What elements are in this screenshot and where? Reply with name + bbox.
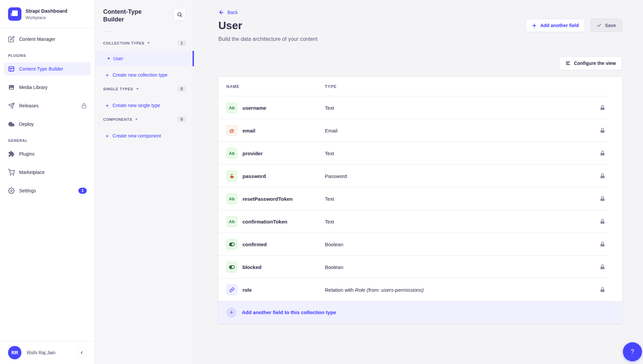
gear-icon bbox=[8, 187, 15, 194]
subnav-title: Content-Type Builder bbox=[103, 8, 157, 24]
add-another-field-button[interactable]: Add another field bbox=[525, 19, 585, 32]
sidebar-item-releases[interactable]: Releases bbox=[4, 99, 91, 112]
field-name: username bbox=[242, 105, 266, 111]
add-field-to-collection-label: Add another field to this collection typ… bbox=[242, 309, 336, 315]
email-field-icon: @ bbox=[226, 125, 237, 136]
table-row[interactable]: password Password bbox=[218, 165, 622, 187]
sidebar-item-media-library[interactable]: Media Library bbox=[4, 81, 91, 94]
sidebar-item-deploy[interactable]: Deploy bbox=[4, 117, 91, 131]
table-row[interactable]: Ab resetPasswordToken Text bbox=[218, 187, 622, 210]
single-types-header[interactable]: SINGLE TYPES 0 bbox=[95, 85, 194, 93]
lock-icon bbox=[599, 218, 614, 224]
boolean-field-icon bbox=[226, 239, 237, 250]
main-sidebar: Strapi Dashboard Workplace Content Manag… bbox=[0, 0, 95, 364]
sidebar-collapse-button[interactable] bbox=[77, 348, 87, 358]
field-name: role bbox=[242, 287, 252, 293]
lock-icon bbox=[599, 150, 614, 156]
sidebar-item-label: Marketplace bbox=[19, 170, 45, 175]
field-name: resetPasswordToken bbox=[242, 196, 293, 202]
table-row[interactable]: Ab confirmationToken Text bbox=[218, 210, 622, 233]
sidebar-item-label: Plugins bbox=[19, 151, 34, 157]
boolean-field-icon bbox=[226, 262, 237, 272]
table-row[interactable]: confirmed Boolean bbox=[218, 233, 622, 256]
field-type: Text bbox=[325, 219, 599, 224]
add-another-field-label: Add another field bbox=[540, 23, 579, 28]
lock-icon bbox=[599, 127, 614, 133]
pencil-square-icon bbox=[8, 36, 15, 42]
workspace-subtitle: Workplace bbox=[25, 15, 67, 20]
toggle-icon bbox=[229, 243, 235, 246]
sidebar-item-label: Deploy bbox=[19, 121, 34, 127]
save-button[interactable]: Save bbox=[590, 19, 622, 32]
plus-icon: + bbox=[105, 133, 109, 139]
main-content: Back User Add another field Save Build t… bbox=[194, 0, 643, 364]
shopping-cart-icon bbox=[8, 169, 15, 176]
field-type: Text bbox=[325, 196, 599, 202]
field-name: provider bbox=[242, 151, 263, 156]
table-row[interactable]: Ab username Text bbox=[218, 96, 622, 119]
configure-the-view-label: Configure the view bbox=[574, 61, 616, 66]
search-button[interactable] bbox=[173, 8, 186, 21]
chevron-down-icon bbox=[136, 87, 139, 91]
save-label: Save bbox=[605, 23, 616, 28]
paper-plane-icon bbox=[8, 102, 15, 109]
sidebar-item-marketplace[interactable]: Marketplace bbox=[4, 166, 91, 179]
sidebar-item-content-type-builder[interactable]: Content-Type Builder bbox=[4, 62, 91, 76]
field-type: Text bbox=[325, 151, 599, 156]
collection-types-header[interactable]: COLLECTION TYPES 1 bbox=[95, 39, 194, 47]
settings-notification-badge: 1 bbox=[78, 188, 87, 194]
configure-the-view-button[interactable]: Configure the view bbox=[559, 56, 622, 70]
sidebar-item-plugins[interactable]: Plugins bbox=[4, 147, 91, 161]
create-new-collection-type-link[interactable]: + Create new collection type bbox=[95, 68, 194, 82]
sidebar-user-footer: RR Rishi Raj Jain bbox=[0, 341, 95, 364]
help-button[interactable]: ? bbox=[623, 342, 642, 361]
create-new-single-type-link[interactable]: + Create new single type bbox=[95, 99, 194, 112]
field-name: email bbox=[242, 128, 255, 133]
lock-icon bbox=[599, 287, 614, 293]
sidebar-item-settings[interactable]: Settings 1 bbox=[4, 184, 91, 197]
field-type: Password bbox=[325, 173, 599, 179]
field-type: Text bbox=[325, 105, 599, 111]
chevron-down-icon bbox=[147, 41, 150, 45]
search-icon bbox=[177, 12, 183, 17]
create-link-label: Create new component bbox=[113, 133, 161, 139]
table-row[interactable]: blocked Boolean bbox=[218, 256, 622, 278]
sidebar-section-general: GENERAL bbox=[8, 139, 87, 143]
back-arrow-icon bbox=[218, 9, 224, 15]
add-field-to-collection-button[interactable]: + Add another field to this collection t… bbox=[218, 301, 622, 324]
strapi-logo bbox=[8, 7, 21, 21]
field-name: confirmed bbox=[242, 242, 267, 247]
back-link[interactable]: Back bbox=[218, 9, 238, 15]
sidebar-item-content-manager[interactable]: Content Manager bbox=[4, 32, 91, 46]
back-label: Back bbox=[227, 10, 238, 15]
avatar[interactable]: RR bbox=[8, 346, 21, 359]
toggle-icon bbox=[229, 265, 235, 269]
cloud-icon bbox=[8, 121, 15, 127]
layout-icon bbox=[8, 66, 15, 72]
table-row[interactable]: role Relation with Role (from: users-per… bbox=[218, 278, 622, 301]
fields-table: NAME TYPE Ab username Text @ email Email… bbox=[218, 77, 622, 324]
collection-type-item-user[interactable]: User bbox=[95, 51, 194, 66]
collapse-chevron-icon bbox=[79, 350, 84, 355]
table-row[interactable]: @ email Email bbox=[218, 119, 622, 142]
column-header-type: TYPE bbox=[325, 84, 614, 89]
user-name: Rishi Raj Jain bbox=[25, 350, 73, 355]
field-name: confirmationToken bbox=[242, 219, 287, 224]
lock-icon bbox=[599, 105, 614, 111]
workspace-brand[interactable]: Strapi Dashboard Workplace bbox=[0, 0, 95, 27]
components-label: COMPONENTS bbox=[103, 117, 132, 121]
text-field-icon: Ab bbox=[226, 102, 237, 113]
field-type: Boolean bbox=[325, 242, 599, 247]
lock-icon bbox=[599, 173, 614, 179]
check-icon bbox=[597, 23, 601, 28]
table-header: NAME TYPE bbox=[218, 77, 622, 96]
single-types-label: SINGLE TYPES bbox=[103, 87, 133, 91]
plus-icon: + bbox=[105, 72, 109, 78]
create-new-component-link[interactable]: + Create new component bbox=[95, 129, 194, 143]
table-row[interactable]: Ab provider Text bbox=[218, 142, 622, 165]
text-field-icon: Ab bbox=[226, 148, 237, 159]
collection-types-count: 1 bbox=[177, 40, 186, 46]
plus-icon: + bbox=[226, 307, 236, 317]
chevron-down-icon bbox=[135, 117, 138, 121]
components-header[interactable]: COMPONENTS 0 bbox=[95, 116, 194, 123]
